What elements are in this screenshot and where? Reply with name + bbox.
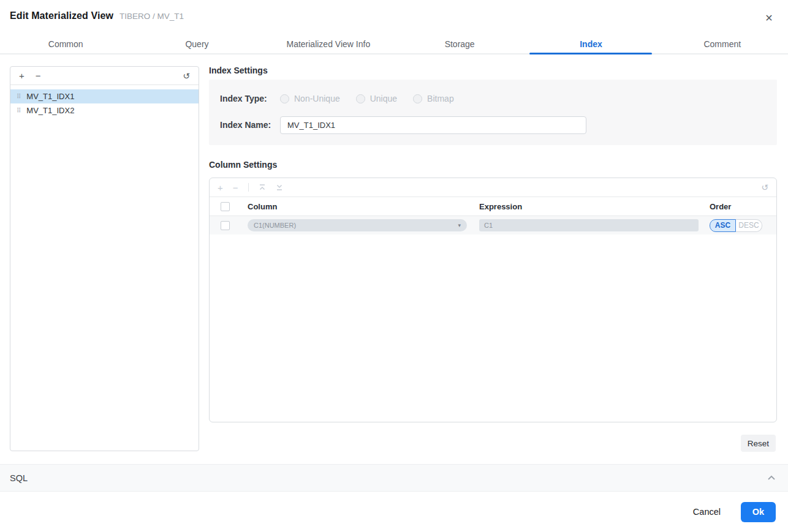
index-settings-panel: Index Type: Non-Unique Unique Bitmap Ind… <box>209 80 777 145</box>
collapse-toggle[interactable] <box>767 475 776 481</box>
column-settings-toolbar: + − ↺ <box>210 178 776 197</box>
radio-unique-label: Unique <box>370 94 397 103</box>
desc-button[interactable]: DESC <box>736 219 762 232</box>
drag-handle-icon[interactable]: ⠿ <box>17 94 21 100</box>
order-toggle: ASC DESC <box>710 219 776 232</box>
refresh-columns-button[interactable]: ↺ <box>761 183 768 192</box>
sql-section-header[interactable]: SQL <box>0 464 788 492</box>
index-type-label: Index Type: <box>220 94 280 103</box>
tab-materialized-view-info[interactable]: Materialized View Info <box>263 36 394 53</box>
radio-non-unique-label: Non-Unique <box>294 94 340 103</box>
ok-button[interactable]: Ok <box>741 502 776 522</box>
index-list-toolbar: + − ↺ <box>10 67 199 85</box>
index-item-label: MV_T1_IDX1 <box>26 92 74 101</box>
expression-value: C1 <box>484 222 493 229</box>
chevron-down-icon: ▾ <box>458 222 461 228</box>
dialog-subtitle: TIBERO / MV_T1 <box>119 12 184 21</box>
add-column-button[interactable]: + <box>218 183 223 192</box>
plus-icon: + <box>19 71 25 80</box>
plus-icon: + <box>218 183 223 192</box>
order-header: Order <box>710 202 776 211</box>
remove-index-button[interactable]: − <box>36 71 41 80</box>
index-type-row: Index Type: Non-Unique Unique Bitmap <box>220 89 766 108</box>
index-list-item-mv-t1-idx1[interactable]: ⠿ MV_T1_IDX1 <box>10 89 199 103</box>
expression-field[interactable]: C1 <box>479 219 699 231</box>
refresh-icon: ↺ <box>761 183 768 192</box>
index-settings-title: Index Settings <box>209 66 268 75</box>
reset-button[interactable]: Reset <box>741 435 776 452</box>
add-index-button[interactable]: + <box>19 71 25 80</box>
close-button[interactable]: ✕ <box>762 11 776 24</box>
tab-comment[interactable]: Comment <box>657 36 788 53</box>
radio-bitmap-label: Bitmap <box>427 94 454 103</box>
dialog-footer: Cancel Ok <box>0 492 788 532</box>
move-to-bottom-icon <box>276 184 283 191</box>
column-settings-title: Column Settings <box>209 160 277 170</box>
index-name-label: Index Name: <box>220 120 280 130</box>
column-dropdown-value: C1(NUMBER) <box>254 222 296 229</box>
index-name-row: Index Name: <box>220 116 766 134</box>
tab-common[interactable]: Common <box>0 36 131 53</box>
index-item-label: MV_T1_IDX2 <box>26 106 74 115</box>
column-dropdown[interactable]: C1(NUMBER) ▾ <box>248 219 467 231</box>
tab-index[interactable]: Index <box>525 36 656 53</box>
remove-column-button[interactable]: − <box>233 183 238 192</box>
radio-bitmap[interactable]: Bitmap <box>413 94 454 103</box>
drag-handle-icon[interactable]: ⠿ <box>17 108 21 114</box>
minus-icon: − <box>233 183 238 192</box>
column-header: Column <box>248 202 479 211</box>
cancel-button[interactable]: Cancel <box>693 507 721 517</box>
index-name-input[interactable] <box>280 116 586 134</box>
dialog-title: Edit Materialized View <box>10 10 113 21</box>
radio-non-unique[interactable]: Non-Unique <box>280 94 340 103</box>
radio-icon <box>280 94 289 103</box>
tab-storage[interactable]: Storage <box>394 36 525 53</box>
index-list-panel: + − ↺ ⠿ MV_T1_IDX1 ⠿ MV_T1_IDX2 <box>10 66 199 451</box>
dialog-header: Edit Materialized View TIBERO / MV_T1 <box>10 10 184 21</box>
chevron-up-icon <box>767 475 776 481</box>
refresh-index-list-button[interactable]: ↺ <box>183 72 190 80</box>
move-to-top-icon <box>259 184 266 191</box>
index-list: ⠿ MV_T1_IDX1 ⠿ MV_T1_IDX2 <box>10 85 199 118</box>
refresh-icon: ↺ <box>183 72 190 80</box>
expression-header: Expression <box>479 202 710 211</box>
column-table-header: Column Expression Order <box>210 197 776 216</box>
row-checkbox[interactable] <box>221 221 230 230</box>
radio-unique[interactable]: Unique <box>356 94 397 103</box>
tab-query[interactable]: Query <box>131 36 262 53</box>
tab-bar: Common Query Materialized View Info Stor… <box>0 36 788 54</box>
minus-icon: − <box>36 71 41 80</box>
sql-section-label: SQL <box>10 473 28 483</box>
asc-button[interactable]: ASC <box>710 219 736 232</box>
move-to-top-button[interactable] <box>259 184 266 191</box>
move-to-bottom-button[interactable] <box>276 184 283 191</box>
index-list-item-mv-t1-idx2[interactable]: ⠿ MV_T1_IDX2 <box>10 103 199 118</box>
close-icon: ✕ <box>765 12 773 24</box>
toolbar-divider <box>248 183 249 192</box>
index-type-radio-group: Non-Unique Unique Bitmap <box>280 94 454 103</box>
column-settings-panel: + − ↺ Column Expression Order <box>209 178 777 422</box>
column-table-row: C1(NUMBER) ▾ C1 ASC DESC <box>210 216 776 234</box>
select-all-checkbox[interactable] <box>221 202 230 211</box>
radio-icon <box>413 94 422 103</box>
radio-icon <box>356 94 365 103</box>
